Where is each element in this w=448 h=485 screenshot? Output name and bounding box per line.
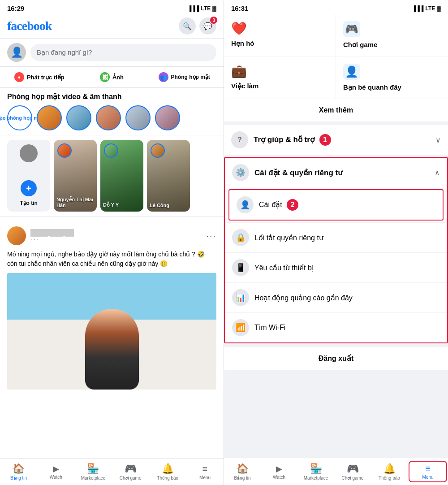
room-button[interactable]: 👥 Phòng họp mặt <box>148 69 220 86</box>
top-menu-grid: ❤️ Hẹn hò 🎮 Chơi game 💼 Việc làm 👤 Bạn b… <box>224 14 448 99</box>
nav-menu-label-left: Menu <box>199 475 211 480</box>
header-icons: 🔍 💬 3 <box>179 17 216 35</box>
settings-item-wifi[interactable]: 📶 Tìm Wi-Fi <box>225 312 447 342</box>
search-button[interactable]: 🔍 <box>179 17 196 35</box>
nav-watch-icon: ▶ <box>53 464 59 474</box>
status-input[interactable]: Bạn đang nghĩ gì? <box>30 44 216 61</box>
facebook-logo: facebook <box>7 19 52 33</box>
status-box: 👤 Bạn đang nghĩ gì? <box>0 39 224 67</box>
nav-right-notifications[interactable]: 🔔 Thông báo <box>371 461 408 482</box>
see-more-label: Xem thêm <box>319 106 353 114</box>
live-label: Phát trực tiếp <box>27 74 65 81</box>
post-image-inner <box>7 273 216 390</box>
nav-home-icon: 🏠 <box>13 463 25 475</box>
add-story-card[interactable]: + Tạo tin <box>7 140 50 212</box>
status-icons-right: ▐▐▐ LTE ▓ <box>412 5 441 12</box>
menu-item-viec-lam[interactable]: 💼 Việc làm <box>224 56 336 99</box>
nav-gaming-icon: 🎮 <box>125 463 137 475</box>
photo-button[interactable]: 🖼 Ảnh <box>76 69 148 86</box>
help-icon: ? <box>231 131 248 148</box>
battery-icon-left: ▓ <box>212 5 216 12</box>
room-avatar-3[interactable] <box>96 105 121 130</box>
settings-item-caidat[interactable]: 👤 Cài đặt 2 <box>228 189 444 221</box>
stories-section: + Tạo tin Nguyễn Thị Mai Hân Đỗ Y Y Lê C… <box>0 135 224 217</box>
post-card-1: ████ ███ ██ · · · ··· Mó ning mọi ngủ, n… <box>0 221 224 395</box>
nav-right-marketplace[interactable]: 🏪 Marketplace <box>297 461 334 482</box>
action-bar: ● Phát trực tiếp 🖼 Ảnh 👥 Phòng họp mặt <box>0 67 224 88</box>
nav-right-gaming-label: Chơi game <box>342 476 364 481</box>
messenger-icon: 💬 <box>203 22 212 30</box>
step-2-badge: 2 <box>287 199 298 211</box>
caidat-label: Cài đặt 2 <box>259 199 298 211</box>
nav-right-marketplace-icon: 🏪 <box>310 463 322 475</box>
post-username: ████ ███ ██ <box>30 229 74 236</box>
nav-right-watch[interactable]: ▶ Watch <box>261 461 297 482</box>
signal-icon-left: ▐▐▐ <box>188 5 199 12</box>
nav-right-gaming[interactable]: 🎮 Chơi game <box>334 461 371 482</box>
menu-item-hen-ho[interactable]: ❤️ Hẹn hò <box>224 14 336 56</box>
messenger-button[interactable]: 💬 3 <box>199 17 216 35</box>
status-bar-left: 16:29 ▐▐▐ LTE ▓ <box>0 0 224 14</box>
nav-right-bell-icon: 🔔 <box>383 463 396 475</box>
privacy-shortcut-icon: 🔒 <box>232 229 249 246</box>
nav-item-news[interactable]: 🏠 Bảng tin <box>0 461 37 482</box>
battery-icon-right: ▓ <box>437 5 441 12</box>
add-story-avatar <box>20 144 38 162</box>
nav-item-notifications[interactable]: 🔔 Thông báo <box>149 461 186 482</box>
nav-item-marketplace[interactable]: 🏪 Marketplace <box>74 461 112 482</box>
post-more-button[interactable]: ··· <box>206 231 216 241</box>
ban-be-label: Bạn bè quanh đây <box>343 83 401 91</box>
live-button[interactable]: ● Phát trực tiếp <box>4 69 75 86</box>
nav-right-menu-label: Menu <box>422 475 433 480</box>
nav-watch-label: Watch <box>50 475 62 480</box>
nav-right-news[interactable]: 🏠 Bảng tin <box>224 461 261 482</box>
room-avatar-1[interactable] <box>37 105 62 130</box>
help-header[interactable]: ? Trợ giúp & hỗ trợ 1 ∨ <box>224 125 448 155</box>
rooms-title: Phòng họp mặt video & âm thanh <box>7 92 216 101</box>
logout-button[interactable]: Đăng xuất <box>224 347 448 370</box>
add-story-plus-icon: + <box>21 180 37 196</box>
see-more-button[interactable]: Xem thêm <box>224 99 448 121</box>
nav-right-news-label: Bảng tin <box>234 476 250 481</box>
ad-activity-label: Hoạt động quảng cáo gần đây <box>254 294 353 302</box>
room-avatar-5[interactable] <box>155 105 180 130</box>
left-panel: 16:29 ▐▐▐ LTE ▓ facebook 🔍 💬 3 👤 Bạn đan… <box>0 0 224 485</box>
nav-menu-icon-left: ≡ <box>202 464 208 474</box>
add-story-label: Tạo tin <box>20 200 38 206</box>
help-chevron: ∨ <box>435 136 441 144</box>
ad-activity-icon: 📊 <box>232 289 249 306</box>
device-request-icon: 📱 <box>232 259 249 276</box>
nav-item-gaming[interactable]: 🎮 Chơi game <box>112 461 149 482</box>
ban-be-icon: 👤 <box>343 64 360 80</box>
post-image <box>7 273 216 390</box>
settings-chevron: ∧ <box>435 169 440 177</box>
wifi-label: Tìm Wi-Fi <box>254 324 285 332</box>
help-title: Trợ giúp & hỗ trợ 1 <box>254 134 331 146</box>
nav-right-home-icon: 🏠 <box>237 463 249 475</box>
settings-header[interactable]: ⚙️ Cài đặt & quyền riêng tư ∧ <box>225 158 447 187</box>
story-card-2[interactable]: Đỗ Y Y <box>100 140 143 212</box>
status-icons-left: ▐▐▐ LTE ▓ <box>188 5 216 12</box>
menu-item-ban-be[interactable]: 👤 Bạn bè quanh đây <box>336 56 448 99</box>
photo-label: Ảnh <box>112 74 124 81</box>
facebook-header: facebook 🔍 💬 3 <box>0 14 224 39</box>
settings-item-privacy-shortcut[interactable]: 🔒 Lối tắt quyền riêng tư <box>225 222 447 252</box>
create-room-button[interactable]: Tạo phòng họp mặt <box>7 105 32 130</box>
nav-marketplace-label: Marketplace <box>81 476 105 481</box>
story-card-1[interactable]: Nguyễn Thị Mai Hân <box>54 140 97 212</box>
nav-right-menu[interactable]: ≡ Menu <box>409 461 447 482</box>
settings-item-ad-activity[interactable]: 📊 Hoạt động quảng cáo gần đây <box>225 282 447 312</box>
room-avatar-4[interactable] <box>125 105 151 130</box>
rooms-row: Tạo phòng họp mặt <box>7 105 216 130</box>
menu-item-choi-game[interactable]: 🎮 Chơi game <box>336 14 448 56</box>
viec-lam-label: Việc làm <box>231 82 258 90</box>
story-card-3[interactable]: Lê Công <box>147 140 190 212</box>
wifi-icon: 📶 <box>232 319 249 336</box>
user-avatar-main: 👤 <box>7 43 26 62</box>
settings-gear-icon: ⚙️ <box>232 164 249 181</box>
nav-item-menu-left[interactable]: ≡ Menu <box>186 461 224 482</box>
settings-item-device-request[interactable]: 📱 Yêu cầu từ thiết bị <box>225 252 447 282</box>
nav-item-watch[interactable]: ▶ Watch <box>37 461 74 482</box>
room-avatar-2[interactable] <box>66 105 91 130</box>
help-section: ? Trợ giúp & hỗ trợ 1 ∨ <box>224 125 448 155</box>
